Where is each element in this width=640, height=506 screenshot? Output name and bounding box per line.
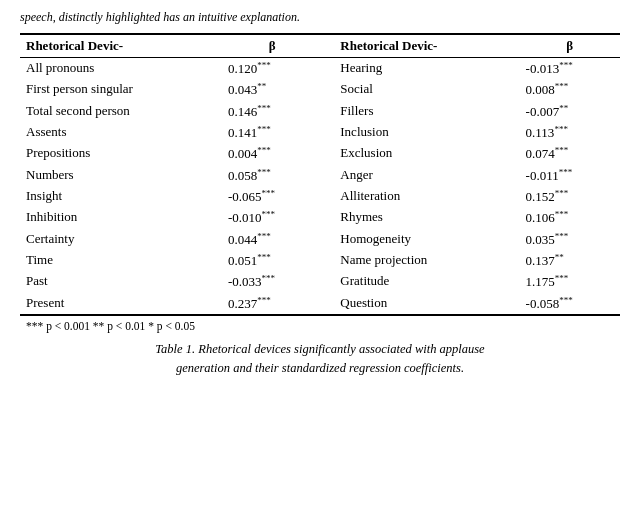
right-device-cell: Hearing [334,58,519,80]
col-header-beta2: β [520,34,620,58]
left-beta-cell: -0.010*** [222,207,322,228]
left-device-cell: Past [20,271,222,292]
right-device-cell: Exclusion [334,143,519,164]
right-device-cell: Alliteration [334,186,519,207]
right-device-cell: Anger [334,165,519,186]
left-device-cell: Numbers [20,165,222,186]
left-device-cell: Insight [20,186,222,207]
right-beta-cell: -0.007** [520,101,620,122]
col-spacer-cell [322,122,334,143]
table-row: Certainty0.044***Homogeneity0.035*** [20,229,620,250]
right-beta-cell: 1.175*** [520,271,620,292]
col-header-device1: Rhetorical Devic- [20,34,222,58]
table-row: Past-0.033***Gratitude1.175*** [20,271,620,292]
col-spacer-cell [322,207,334,228]
col-spacer-cell [322,101,334,122]
col-spacer-cell [322,143,334,164]
right-beta-cell: 0.113*** [520,122,620,143]
right-device-cell: Name projection [334,250,519,271]
col-spacer-cell [322,58,334,80]
table-row: Time0.051***Name projection0.137** [20,250,620,271]
right-beta-cell: 0.152*** [520,186,620,207]
right-device-cell: Homogeneity [334,229,519,250]
left-beta-cell: 0.043** [222,79,322,100]
col-spacer-cell [322,271,334,292]
left-beta-cell: 0.120*** [222,58,322,80]
right-device-cell: Social [334,79,519,100]
table-row: First person singular0.043**Social0.008*… [20,79,620,100]
left-beta-cell: 0.051*** [222,250,322,271]
col-header-beta1: β [222,34,322,58]
left-beta-cell: 0.141*** [222,122,322,143]
col-header-device2: Rhetorical Devic- [334,34,519,58]
left-beta-cell: 0.237*** [222,293,322,315]
table-row: Assents0.141***Inclusion0.113*** [20,122,620,143]
main-table: Rhetorical Devic- β Rhetorical Devic- β … [20,33,620,332]
col-spacer [322,34,334,58]
right-beta-cell: 0.035*** [520,229,620,250]
left-beta-cell: 0.058*** [222,165,322,186]
right-beta-cell: 0.137** [520,250,620,271]
right-device-cell: Fillers [334,101,519,122]
right-beta-cell: 0.074*** [520,143,620,164]
right-beta-cell: -0.058*** [520,293,620,315]
left-device-cell: First person singular [20,79,222,100]
left-device-cell: Certainty [20,229,222,250]
left-device-cell: Inhibition [20,207,222,228]
footnote: *** p < 0.001 ** p < 0.01 * p < 0.05 [20,315,620,332]
left-beta-cell: -0.033*** [222,271,322,292]
table-row: Numbers0.058***Anger-0.011*** [20,165,620,186]
col-spacer-cell [322,229,334,250]
left-device-cell: Total second person [20,101,222,122]
left-device-cell: Time [20,250,222,271]
col-spacer-cell [322,165,334,186]
table-row: Inhibition-0.010***Rhymes0.106*** [20,207,620,228]
header-text: speech, distinctly highlighted has an in… [20,10,620,25]
left-beta-cell: -0.065*** [222,186,322,207]
caption: Table 1. Rhetorical devices significantl… [20,340,620,378]
table-row: Present0.237***Question-0.058*** [20,293,620,315]
table-row: Prepositions0.004***Exclusion0.074*** [20,143,620,164]
right-device-cell: Question [334,293,519,315]
right-device-cell: Gratitude [334,271,519,292]
caption-normal: generation and their standardized regres… [176,361,464,375]
right-device-cell: Inclusion [334,122,519,143]
left-device-cell: Assents [20,122,222,143]
left-device-cell: Present [20,293,222,315]
right-beta-cell: -0.011*** [520,165,620,186]
col-spacer-cell [322,186,334,207]
right-beta-cell: 0.008*** [520,79,620,100]
left-device-cell: Prepositions [20,143,222,164]
col-spacer-cell [322,293,334,315]
left-device-cell: All pronouns [20,58,222,80]
left-beta-cell: 0.146*** [222,101,322,122]
right-beta-cell: -0.013*** [520,58,620,80]
right-beta-cell: 0.106*** [520,207,620,228]
table-row: Total second person0.146***Fillers-0.007… [20,101,620,122]
right-device-cell: Rhymes [334,207,519,228]
left-beta-cell: 0.044*** [222,229,322,250]
table-row: All pronouns0.120***Hearing-0.013*** [20,58,620,80]
col-spacer-cell [322,250,334,271]
caption-bold: Table 1. Rhetorical devices significantl… [155,342,484,356]
left-beta-cell: 0.004*** [222,143,322,164]
table-row: Insight-0.065***Alliteration0.152*** [20,186,620,207]
col-spacer-cell [322,79,334,100]
